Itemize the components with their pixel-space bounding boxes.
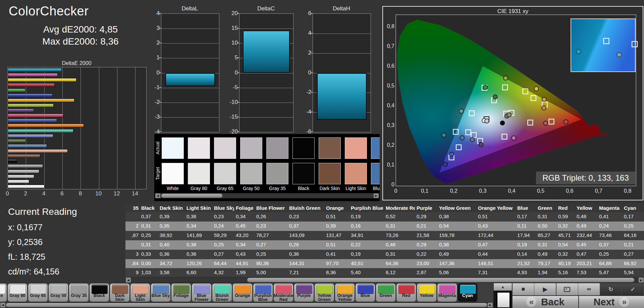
table-cell: 0,29 [415,212,437,222]
patch-button-magenta[interactable]: Magenta [437,284,457,302]
patch-button-light-skin[interactable]: Light Skin [130,284,150,302]
table-cell: 0,31 [384,250,415,259]
patch-button-label: Blue Flower [192,294,211,302]
target-swatch-dark-skin [319,163,341,184]
cie-measurement-marker [443,162,447,167]
table-cell: 23,00 [415,259,437,268]
page-title: ColorChecker [9,4,89,18]
play-button[interactable]: ▶ [534,283,556,295]
table-cell: 0,38 [437,212,476,222]
table-cell: 6,12 [384,268,415,278]
table-cell: Dark Skin [158,204,185,212]
patch-button-green[interactable]: Green [376,284,395,302]
swatch-column-label: Blue Sky [369,186,380,191]
patch-button-gray-80[interactable]: Gray 80 [8,284,27,302]
patch-button-blue-flower[interactable]: Blue Flower [192,284,211,302]
table-cell: Blue Sky [212,204,234,212]
scroll-right-icon[interactable]: ▶ [374,193,379,198]
strip-scrollbar-thumb[interactable] [6,303,487,307]
patch-button-bluish-green[interactable]: Bluish Green [212,284,232,302]
table-cell: 0,31 [140,222,158,231]
patch-button-purple[interactable]: Purple [294,284,314,302]
refresh-icon: ↻ [608,286,613,293]
patch-button-moderate-red[interactable]: Moderate Red [274,284,293,302]
patch-button-blue[interactable]: Blue [356,284,375,302]
table-scrollbar-thumb[interactable] [247,278,634,282]
patch-button-label: Magenta [437,294,457,298]
patch-button-purplish-blue[interactable]: Purplish Blue [253,284,273,302]
table-cell: Foliage [234,204,255,212]
table-cell: 0,23 [212,212,234,222]
patch-button-cyan[interactable]: Cyan [458,284,477,302]
cie-y-tick-label: 0,5 [384,83,394,89]
table-cell: 0,50 [536,222,556,231]
back-button[interactable]: « Back [513,296,578,308]
patch-button-yellow[interactable]: Yellow [417,284,436,302]
mini-gridline [161,58,219,58]
patch-button-gray-50[interactable]: Gray 50 [49,284,68,302]
reading-y-value: y: 0,2536 [8,237,43,247]
deltaE-bar-orange-yellow [8,99,74,102]
patch-strip-scrollbar[interactable]: ◀▶ [0,302,493,308]
table-cell: 0,37 [597,240,622,250]
swatch-scrollbar-thumb[interactable] [161,194,222,198]
table-cell: 44,91 [234,259,255,268]
table-cell: 6,60 [185,268,212,278]
table-cell: 0,25 [597,250,622,259]
target-swatch-gray-65 [214,163,236,184]
actual-swatch-black [292,137,315,159]
deltaE-bar-dark-skin [8,154,40,158]
deltaE-bar-purplish-blue [8,119,57,122]
table-cell: 0,43 [234,250,255,259]
patch-color-chip [51,285,67,294]
cie-measurement-marker [485,119,489,123]
patch-button-blue-sky[interactable]: Blue Sky [151,284,170,302]
patch-button-dark-skin[interactable]: Dark Skin [110,284,129,302]
pattern-window-button[interactable] [556,283,578,295]
confirm-button[interactable]: ✓ [622,283,644,295]
pattern-up-button[interactable]: ▲ [494,283,512,291]
patch-button-gray-35[interactable]: Gray 35 [69,284,89,302]
next-button[interactable]: Next » [579,296,644,308]
scroll-left-icon[interactable]: ◀ [126,278,131,283]
patch-button-orange-yellow[interactable]: Orange Yellow [335,284,355,302]
mini-chart-deltaC [239,13,293,132]
table-cell: 0,45 [575,240,597,250]
target-swatch-black [292,163,315,184]
table-cell: Cyan [622,204,644,212]
patch-button-orange[interactable]: Orange [233,284,252,302]
stop-button[interactable]: ■ [513,283,534,295]
table-cell: 0,31 [536,212,556,222]
patch-button-red[interactable]: Red [396,284,416,302]
current-reading-title: Current Reading [8,206,77,217]
loop-button[interactable]: ∞ [578,283,600,295]
patch-color-chip [378,285,394,294]
mini-y-tick-mark [237,131,239,132]
patch-button-black[interactable]: Black [90,284,109,302]
table-cell: 0,54 [437,222,476,231]
scroll-right-icon[interactable]: ▶ [488,303,493,307]
mini-chart-title-deltaC: DeltaC [257,5,275,12]
patch-button-gray-65[interactable]: Gray 65 [28,284,48,302]
patch-button-white[interactable]: White [0,284,7,302]
patch-button-label: Black [90,294,109,298]
mini-y-tick-mark [237,102,239,103]
avg-de2000-readout: Avg dE2000: 4,85 [13,24,148,35]
table-cell: 3 [125,250,140,259]
scroll-left-icon[interactable]: ◀ [155,193,160,198]
table-cell: 0,41 [324,250,349,259]
scroll-right-icon[interactable]: ▶ [639,278,644,283]
patch-button-label: Gray 35 [69,294,89,298]
patch-button-yellow-green[interactable]: Yellow Green [315,284,334,302]
scroll-left-icon[interactable]: ◀ [0,303,5,307]
cie-measurement-marker [503,76,508,80]
swatch-panel-scrollbar[interactable]: ◀▶ [155,193,379,198]
table-cell: 97,70 [324,259,349,268]
patch-button-foliage[interactable]: Foliage [171,284,191,302]
table-cell: 0,34 [185,222,212,231]
table-horizontal-scrollbar[interactable]: ◀▶ [125,277,644,283]
table-cell: ,87 [125,231,140,240]
refresh-button[interactable]: ↻ [600,283,622,295]
table-cell [125,212,140,222]
cie-measurement-marker [512,136,516,140]
